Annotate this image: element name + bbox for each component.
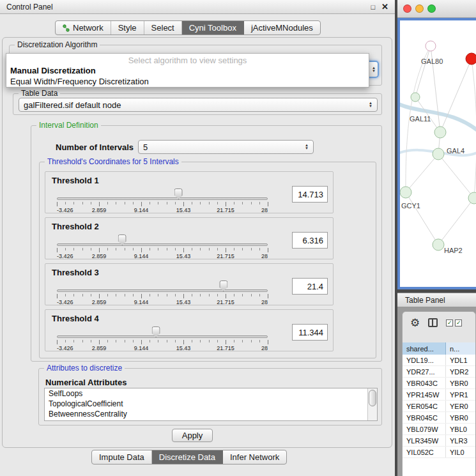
table-cell[interactable]: YPR145W (403, 389, 446, 400)
apply-button[interactable]: Apply (172, 429, 213, 442)
slider-track[interactable] (57, 197, 268, 200)
slider-scale: -3.426 2.859 9.144 15.43 21.715 28 (57, 299, 268, 305)
table-cell[interactable]: YDR27... (403, 366, 446, 377)
dropdown-option-equal-width[interactable]: Equal Width/Frequency Discretization (6, 76, 369, 87)
list-item[interactable]: TopologicalCoefficient (45, 399, 377, 409)
table-cell[interactable]: YDL19... (403, 355, 446, 365)
scale-label: 2.859 (92, 299, 107, 305)
threshold-slider[interactable]: -3.426 2.859 9.144 15.43 21.715 28 (57, 310, 268, 352)
slider-track[interactable] (57, 335, 268, 338)
network-icon (63, 24, 70, 32)
network-node[interactable] (400, 187, 411, 198)
dropdown-placeholder: Select algorithm to view settings (6, 54, 369, 65)
number-of-intervals-combo[interactable]: 5 ▲▼ (138, 140, 314, 154)
screen: Control Panel □ ✕ Network Style (0, 0, 476, 476)
table-cell[interactable]: YBR045C (403, 412, 446, 423)
float-window-icon[interactable]: □ (371, 3, 375, 11)
tab-impute-data[interactable]: Impute Data (92, 450, 152, 464)
table-cell[interactable]: YER054C (403, 401, 446, 411)
threshold-value-field[interactable]: 21.4 (292, 278, 328, 295)
threshold-slider[interactable]: -3.426 2.859 9.144 15.43 21.715 28 (57, 264, 268, 306)
slider-track[interactable] (57, 289, 268, 292)
tab-style[interactable]: Style (111, 21, 144, 35)
mac-zoom-icon[interactable] (427, 4, 436, 13)
list-item[interactable]: SelfLoops (45, 388, 377, 399)
threshold-value-field[interactable]: 6.316 (292, 232, 328, 249)
table-row[interactable]: YLR345WYLR3 (403, 435, 475, 447)
network-node[interactable] (468, 192, 476, 204)
scrollbar-thumb[interactable] (369, 390, 376, 406)
tab-cyni-toolbox[interactable]: Cyni Toolbox (182, 21, 244, 35)
table-row[interactable]: YDL19...YDL1 (403, 355, 475, 366)
table-cell[interactable]: YBR0 (446, 378, 475, 388)
scale-label: 21.715 (217, 207, 234, 213)
network-canvas[interactable]: GAL80GAL11GAL4GCY1HAP2 (397, 18, 476, 289)
tab-label: Network (73, 23, 104, 33)
table-cell[interactable]: YIL0 (446, 447, 475, 457)
table-cell[interactable]: YDR2 (446, 366, 475, 377)
table-cell[interactable]: YDL1 (446, 355, 475, 365)
table-cell[interactable]: YLR345W (403, 435, 446, 446)
mac-minimize-icon[interactable] (415, 4, 424, 13)
network-node[interactable] (466, 53, 476, 65)
column-header-shared-name[interactable]: shared... (403, 342, 446, 355)
table-cell[interactable]: YBR043C (403, 378, 446, 388)
tab-jactivemnodules[interactable]: jActiveMNodules (244, 21, 320, 35)
table-row[interactable]: YBR043CYBR0 (403, 378, 475, 389)
network-node[interactable] (411, 93, 420, 102)
threshold-slider[interactable]: -3.426 2.859 9.144 15.43 21.715 28 (57, 218, 268, 260)
table-row[interactable]: YIL052CYIL0 (403, 447, 475, 458)
scrollbar[interactable] (367, 388, 377, 420)
scale-label: -3.426 (57, 345, 73, 351)
table-cell[interactable]: YBR0 (446, 412, 475, 423)
threshold-value-field[interactable]: 14.713 (292, 186, 328, 203)
number-of-intervals-label: Number of Intervals (56, 142, 134, 152)
scale-label: -3.426 (57, 299, 73, 305)
algorithm-group-title: Discretization Algorithm (15, 40, 100, 49)
network-node[interactable] (433, 148, 444, 160)
tab-label: Discretize Data (159, 452, 215, 462)
table-data-combo[interactable]: galFiltered.sif default node ▲▼ (19, 98, 378, 112)
gear-icon[interactable]: ⚙ (410, 318, 420, 328)
scale-label: 9.144 (134, 253, 149, 259)
table-row[interactable]: YBL079WYBL0 (403, 424, 475, 435)
mac-close-icon[interactable] (403, 4, 411, 13)
scale-label: 28 (261, 207, 268, 213)
control-panel-titlebar: Control Panel □ ✕ (0, 0, 395, 14)
dropdown-option-manual[interactable]: Manual Discretization (6, 65, 369, 76)
table-row[interactable]: YDR27...YDR2 (403, 366, 475, 378)
table-row[interactable]: YER054CYER0 (403, 401, 475, 412)
table-cell[interactable]: YIL052C (403, 447, 446, 457)
table-panel-titlebar[interactable]: Table Panel (397, 293, 476, 307)
checkbox-list-icon[interactable]: ✓ ✓ (446, 319, 462, 326)
columns-icon[interactable] (428, 318, 438, 327)
checkbox-icon: ✓ (455, 319, 462, 326)
scale-label: 28 (261, 253, 268, 259)
table-cell[interactable]: YLR3 (446, 435, 475, 446)
tab-infer-network[interactable]: Infer Network (223, 450, 286, 464)
table-row[interactable]: YBR045CYBR0 (403, 412, 475, 424)
network-node[interactable] (434, 127, 446, 138)
tab-label: Infer Network (230, 452, 279, 462)
tab-select[interactable]: Select (144, 21, 182, 35)
column-header-name[interactable]: n... (446, 342, 475, 355)
tab-network[interactable]: Network (56, 21, 111, 35)
network-node[interactable] (426, 41, 436, 51)
scale-label: -3.426 (57, 253, 73, 259)
table-cell[interactable]: YBL0 (446, 424, 475, 434)
control-panel-window: Control Panel □ ✕ Network Style (0, 0, 395, 476)
number-of-intervals-value: 5 (143, 142, 148, 152)
table-cell[interactable]: YPR1 (446, 389, 475, 400)
network-node[interactable] (433, 239, 444, 250)
slider-track[interactable] (57, 243, 268, 246)
threshold-slider[interactable]: -3.426 2.859 9.144 15.43 21.715 28 (57, 172, 268, 214)
threshold-value-field[interactable]: 11.344 (292, 324, 328, 341)
table-cell[interactable]: YBL079W (403, 424, 446, 434)
table-row[interactable]: YPR145WYPR1 (403, 389, 475, 401)
attributes-list[interactable]: SelfLoops TopologicalCoefficient Between… (44, 388, 378, 421)
close-icon[interactable]: ✕ (381, 2, 388, 12)
tab-discretize-data[interactable]: Discretize Data (152, 450, 223, 464)
table-cell[interactable]: YER0 (446, 401, 475, 411)
list-item[interactable]: BetweennessCentrality (45, 409, 377, 419)
numerical-attributes-label: Numerical Attributes (45, 378, 127, 387)
